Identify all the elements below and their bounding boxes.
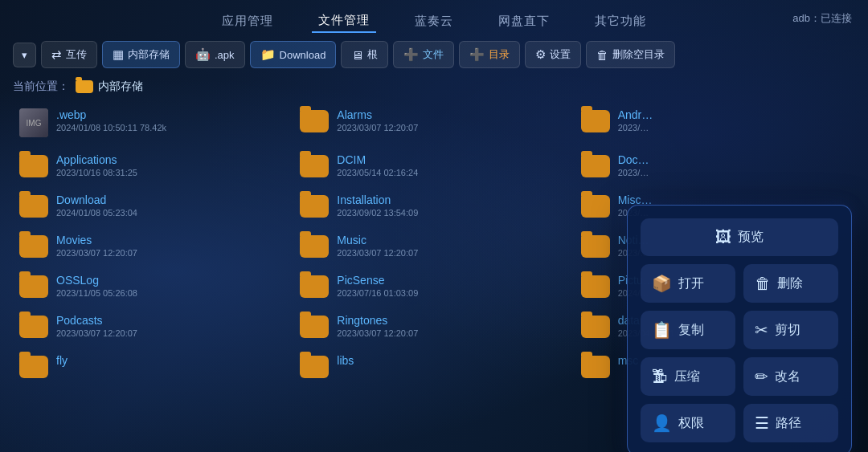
- add-dir-icon: ➕: [469, 47, 485, 62]
- share-label: 互传: [66, 47, 87, 62]
- ctx-btn-compress[interactable]: 🗜 压缩: [641, 357, 735, 396]
- file-area: IMG .webp 2024/01/08 10:50:11 78.42k Ala…: [0, 100, 868, 452]
- apk-button[interactable]: 🤖 .apk: [185, 41, 245, 68]
- dropdown-button[interactable]: ▾: [13, 43, 36, 67]
- compress-icon: 🗜: [652, 368, 668, 386]
- open-label: 打开: [678, 275, 704, 292]
- preview-label: 预览: [738, 229, 764, 246]
- file-meta: 2023/…: [618, 123, 653, 132]
- file-name: Applications: [56, 153, 137, 166]
- ctx-btn-open[interactable]: 📦 打开: [641, 264, 735, 303]
- file-item-dcim[interactable]: DCIM 2023/05/14 02:16:24: [293, 145, 574, 185]
- nav-item-other[interactable]: 其它功能: [588, 10, 653, 32]
- nav-item-app-mgmt[interactable]: 应用管理: [215, 10, 280, 32]
- file-info: Music 2023/03/07 12:20:07: [337, 234, 418, 258]
- file-thumb: IMG: [19, 108, 48, 137]
- share-button[interactable]: ⇄ 互传: [41, 41, 97, 68]
- root-icon: 🖥: [351, 48, 363, 62]
- add-file-icon: ➕: [403, 47, 419, 62]
- context-menu: 🖼 预览 📦 打开 🗑 删除 📋 复制 ✂ 剪切 🗜 压缩 ✏ 改名 👤 权限 …: [627, 205, 852, 452]
- file-name: libs: [337, 354, 354, 367]
- file-item-alarms[interactable]: Alarms 2023/03/07 12:20:07: [293, 100, 574, 145]
- file-meta: 2023/…: [618, 168, 649, 177]
- file-item-podcasts[interactable]: Podcasts 2023/03/07 12:20:07: [13, 306, 293, 346]
- folder-icon: [19, 356, 48, 378]
- dropdown-icon: ▾: [22, 49, 27, 61]
- folder-icon: [300, 356, 329, 378]
- ctx-btn-cut[interactable]: ✂ 剪切: [743, 311, 838, 349]
- root-label: 根: [367, 47, 378, 62]
- rename-icon: ✏: [755, 367, 768, 386]
- file-item-download-folder[interactable]: Download 2024/01/08 05:23:04: [13, 185, 293, 226]
- file-item-music[interactable]: Music 2023/03/07 12:20:07: [293, 226, 574, 266]
- apk-label: .apk: [215, 49, 235, 61]
- file-info: Installation 2023/09/02 13:54:09: [337, 193, 418, 218]
- settings-icon: ⚙: [535, 47, 546, 62]
- file-name: Ringtones: [337, 314, 418, 327]
- folder-icon: [300, 316, 329, 338]
- root-button[interactable]: 🖥 根: [341, 41, 388, 68]
- ctx-btn-copy[interactable]: 📋 复制: [641, 311, 735, 349]
- breadcrumb-prefix: 当前位置：: [13, 79, 69, 94]
- folder-icon: [19, 155, 48, 177]
- file-info: Download 2024/01/08 05:23:04: [56, 193, 137, 218]
- file-meta: 2023/07/16 01:03:09: [337, 288, 418, 298]
- adb-status: adb：已连接: [792, 11, 852, 26]
- file-meta: 2023/09/02 13:54:09: [337, 208, 418, 218]
- file-name: OSSLog: [56, 274, 137, 287]
- folder-icon: [19, 235, 48, 258]
- ctx-btn-preview[interactable]: 🖼 预览: [641, 218, 838, 256]
- file-item-ringtones[interactable]: Ringtones 2023/03/07 12:20:07: [293, 306, 574, 346]
- breadcrumb-path: 内部存储: [98, 79, 143, 94]
- file-info: libs: [337, 354, 354, 369]
- file-info: Ringtones 2023/03/07 12:20:07: [337, 314, 418, 338]
- add-file-button[interactable]: ➕ 文件: [393, 41, 454, 68]
- file-item-movies[interactable]: Movies 2023/03/07 12:20:07: [13, 226, 293, 266]
- file-item-webp-file[interactable]: IMG .webp 2024/01/08 10:50:11 78.42k: [13, 100, 293, 145]
- settings-button[interactable]: ⚙ 设置: [525, 41, 581, 68]
- file-name: Alarms: [337, 108, 418, 121]
- toolbar: ▾ ⇄ 互传 ▦ 内部存储 🤖 .apk 📁 Download 🖥 根 ➕ 文件…: [0, 33, 868, 76]
- file-item-android[interactable]: Andr… 2023/…: [575, 100, 855, 145]
- file-meta: 2023/05/14 02:16:24: [337, 168, 418, 177]
- folder-icon: [581, 195, 610, 218]
- file-item-installation[interactable]: Installation 2023/09/02 13:54:09: [293, 185, 574, 226]
- add-dir-label: 目录: [489, 47, 510, 62]
- file-item-picsense[interactable]: PicSense 2023/07/16 01:03:09: [293, 266, 574, 306]
- ctx-btn-path[interactable]: ☰ 路径: [743, 404, 838, 442]
- open-icon: 📦: [652, 274, 672, 293]
- file-item-applications[interactable]: Applications 2023/10/16 08:31:25: [13, 145, 293, 185]
- breadcrumb-folder[interactable]: 内部存储: [76, 79, 143, 94]
- file-name: Installation: [337, 193, 418, 206]
- folder-icon: [19, 316, 48, 338]
- delete-icon: 🗑: [596, 48, 608, 62]
- file-item-doc[interactable]: Doc… 2023/…: [575, 145, 855, 185]
- file-item-fly[interactable]: fly: [13, 346, 293, 386]
- folder-icon: [300, 155, 329, 177]
- ctx-btn-rename[interactable]: ✏ 改名: [743, 357, 838, 396]
- file-name: Podcasts: [56, 314, 137, 327]
- download-shortcut-button[interactable]: 📁 Download: [250, 41, 337, 68]
- file-item-osslog[interactable]: OSSLog 2023/11/05 05:26:08: [13, 266, 293, 306]
- ctx-btn-delete[interactable]: 🗑 删除: [743, 264, 838, 303]
- path-icon: ☰: [755, 413, 769, 433]
- file-info: DCIM 2023/05/14 02:16:24: [337, 153, 418, 177]
- ctx-btn-permission[interactable]: 👤 权限: [641, 404, 735, 442]
- permission-icon: 👤: [652, 413, 672, 433]
- file-name: Movies: [56, 234, 137, 246]
- nav-item-netdisk[interactable]: 网盘直下: [492, 10, 556, 32]
- storage-icon: ▦: [113, 47, 124, 62]
- nav-item-file-mgmt[interactable]: 文件管理: [312, 10, 376, 33]
- file-meta: 2023/03/07 12:20:07: [56, 328, 137, 338]
- delete-empty-button[interactable]: 🗑 删除空目录: [586, 41, 675, 68]
- internal-storage-button[interactable]: ▦ 内部存储: [102, 41, 180, 68]
- file-info: Alarms 2023/03/07 12:20:07: [337, 108, 418, 132]
- delete-label: 删除: [777, 275, 803, 292]
- breadcrumb-folder-icon: [76, 80, 93, 93]
- breadcrumb: 当前位置： 内部存储: [0, 76, 868, 100]
- add-dir-button[interactable]: ➕ 目录: [459, 41, 520, 68]
- folder-icon: [19, 195, 48, 218]
- nav-item-blue-cloud[interactable]: 蓝奏云: [408, 10, 460, 32]
- file-name: Doc…: [618, 153, 649, 166]
- file-item-libs[interactable]: libs: [293, 346, 574, 386]
